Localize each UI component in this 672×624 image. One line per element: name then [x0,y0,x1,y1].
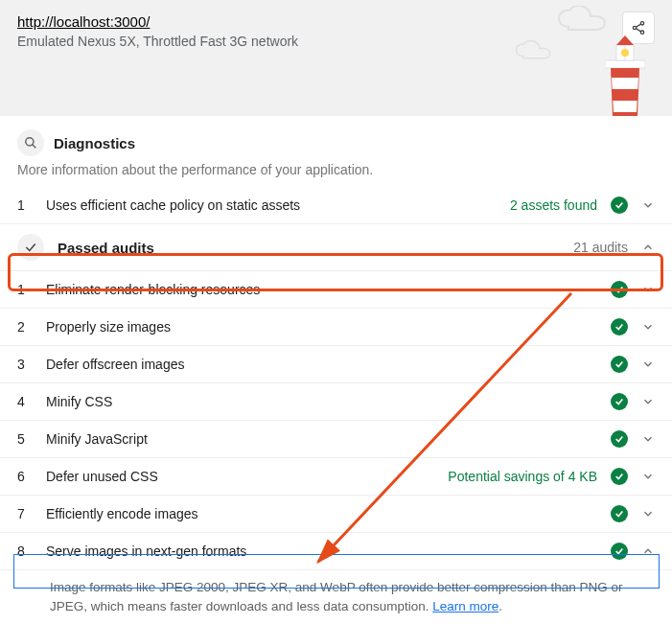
passed-audit-row[interactable]: 8Serve images in next-gen formats [0,533,672,570]
row-label: Serve images in next-gen formats [46,543,597,559]
magnifier-icon [17,129,44,156]
chevron-down-icon[interactable] [641,470,655,483]
svg-marker-8 [613,101,637,112]
chevron-up-icon[interactable] [641,241,655,254]
learn-more-link[interactable]: Learn more [432,599,498,613]
pass-check-icon [611,505,628,522]
pass-check-icon [611,356,628,373]
emulation-subtitle: Emulated Nexus 5X, Throttled Fast 3G net… [17,34,655,49]
pass-check-icon [611,196,628,214]
pass-check-icon [611,318,628,335]
row-number: 3 [17,357,33,372]
report-header: http://localhost:3000/ Emulated Nexus 5X… [0,0,672,116]
row-number: 2 [17,319,33,335]
row-number: 1 [17,197,33,213]
passed-audit-row[interactable]: 6Defer unused CSSPotential savings of 4 … [0,458,672,496]
row-label: Minify JavaScript [46,431,597,447]
pass-check-icon [611,468,628,485]
svg-point-14 [26,138,34,146]
svg-line-3 [636,24,640,27]
svg-point-1 [633,26,636,29]
svg-line-4 [636,29,640,32]
passed-audits-title: Passed audits [58,240,560,256]
passed-audit-row[interactable]: 3Defer offscreen images [0,346,672,383]
pass-check-icon [611,281,628,298]
svg-marker-12 [616,35,634,45]
chevron-down-icon[interactable] [641,358,655,371]
check-icon [17,234,44,261]
pass-check-icon [611,393,628,410]
row-number: 5 [17,431,33,447]
diagnostic-row[interactable]: 1 Uses efficient cache policy on static … [0,187,672,224]
row-note: 2 assets found [510,197,597,213]
row-label: Uses efficient cache policy on static as… [46,197,497,213]
passed-audits-count: 21 audits [573,240,628,255]
chevron-down-icon[interactable] [641,283,655,296]
row-label: Eliminate render-blocking resources [46,282,597,297]
pass-check-icon [611,430,628,448]
row-number: 4 [17,394,33,409]
chevron-down-icon[interactable] [641,507,655,520]
row-label: Defer unused CSS [46,469,434,484]
passed-audits-list: 1Eliminate render-blocking resources2Pro… [0,271,672,570]
row-number: 8 [17,543,33,559]
chevron-down-icon[interactable] [641,198,655,212]
svg-line-15 [33,145,36,149]
svg-rect-5 [605,60,645,68]
svg-point-11 [621,49,629,57]
row-label: Minify CSS [46,394,597,409]
audit-detail: Image formats like JPEG 2000, JPEG XR, a… [0,570,672,624]
row-label: Defer offscreen images [46,357,597,372]
chevron-down-icon[interactable] [641,432,655,446]
diagnostics-title: Diagnostics [54,135,135,151]
passed-audit-row[interactable]: 2Properly size images [0,309,672,346]
cloud-icon [515,40,557,59]
row-label: Efficiently encode images [46,506,597,521]
cloud-icon [557,6,614,31]
chevron-up-icon[interactable] [641,544,655,558]
diagnostics-header: Diagnostics [0,116,672,162]
passed-audit-row[interactable]: 7Efficiently encode images [0,496,672,533]
audit-detail-text: Image formats like JPEG 2000, JPEG XR, a… [50,580,623,613]
diagnostics-description: More information about the performance o… [0,162,672,187]
row-number: 7 [17,506,33,521]
pass-check-icon [611,543,628,560]
svg-point-0 [640,22,643,25]
passed-audit-row[interactable]: 5Minify JavaScript [0,421,672,458]
row-note: Potential savings of 4 KB [448,469,597,484]
chevron-down-icon[interactable] [641,320,655,334]
passed-audits-header[interactable]: Passed audits 21 audits [0,224,672,271]
passed-audit-row[interactable]: 1Eliminate render-blocking resources [0,271,672,309]
row-number: 6 [17,469,33,484]
lighthouse-icon [605,34,645,116]
passed-audit-row[interactable]: 4Minify CSS [0,383,672,421]
row-number: 1 [17,282,33,297]
svg-marker-7 [612,78,638,89]
chevron-down-icon[interactable] [641,395,655,408]
row-label: Properly size images [46,319,597,335]
